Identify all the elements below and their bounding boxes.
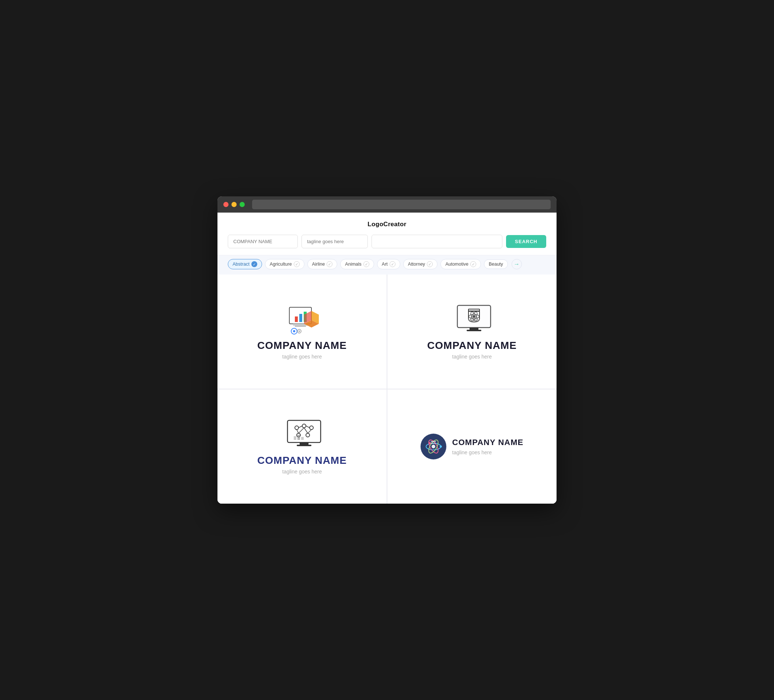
card1-tagline: tagline goes here xyxy=(282,354,322,360)
svg-point-29 xyxy=(306,433,309,437)
card4-text-block: COMPANY NAME tagline goes here xyxy=(452,438,523,456)
logo-icon-monitor-science xyxy=(456,304,489,333)
app-content: LogoCreator SEARCH Abstract ✓ Agricultur… xyxy=(217,213,557,504)
category-bar: Abstract ✓ Agriculture ✓ Airline ✓ Anima… xyxy=(217,255,557,274)
close-button[interactable] xyxy=(223,202,228,207)
category-label-beauty: Beauty xyxy=(489,262,503,267)
svg-line-35 xyxy=(308,429,311,433)
checkmark-icon-agriculture: ✓ xyxy=(294,261,299,267)
svg-rect-3 xyxy=(295,317,298,322)
svg-point-7 xyxy=(293,330,295,332)
category-chip-airline[interactable]: Airline ✓ xyxy=(308,259,337,269)
svg-point-44 xyxy=(428,442,431,444)
category-chip-beauty[interactable]: Beauty xyxy=(484,259,508,269)
category-chip-animals[interactable]: Animals ✓ xyxy=(340,259,374,269)
tagline-input[interactable] xyxy=(301,235,368,248)
category-chip-art[interactable]: Art ✓ xyxy=(377,259,400,269)
svg-line-31 xyxy=(306,426,309,428)
category-chip-attorney[interactable]: Attorney ✓ xyxy=(403,259,438,269)
logo-card-4[interactable]: COMPANY NAME tagline goes here xyxy=(387,390,557,504)
maximize-button[interactable] xyxy=(240,202,245,207)
svg-point-27 xyxy=(309,426,313,429)
app-title: LogoCreator xyxy=(217,213,557,235)
address-bar xyxy=(252,200,551,209)
search-bar: SEARCH xyxy=(217,235,557,255)
card4-company-name: COMPANY NAME xyxy=(452,438,523,447)
svg-line-33 xyxy=(299,428,304,433)
checkmark-icon-airline: ✓ xyxy=(327,261,332,267)
category-label-automotive: Automotive xyxy=(445,262,468,267)
svg-rect-37 xyxy=(298,435,300,440)
svg-point-43 xyxy=(440,446,442,447)
checkmark-icon-animals: ✓ xyxy=(364,261,369,267)
checkmark-icon-art: ✓ xyxy=(390,261,395,267)
card2-tagline: tagline goes here xyxy=(452,354,492,360)
category-label-animals: Animals xyxy=(345,262,361,267)
logo-icon-monitor-analytics xyxy=(286,419,319,448)
svg-rect-36 xyxy=(294,436,296,440)
svg-line-34 xyxy=(304,428,308,433)
card1-company-name: COMPANY NAME xyxy=(257,340,347,352)
svg-rect-15 xyxy=(470,327,478,330)
card4-tagline: tagline goes here xyxy=(452,449,523,456)
logo-card-3[interactable]: COMPANY NAME tagline goes here xyxy=(217,390,387,504)
logo-icon-isometric xyxy=(284,304,321,333)
checkmark-icon-automotive: ✓ xyxy=(470,261,476,267)
svg-point-9 xyxy=(299,330,300,332)
categories-next-button[interactable]: → xyxy=(511,259,522,269)
category-label-art: Art xyxy=(382,262,388,267)
category-label-airline: Airline xyxy=(312,262,325,267)
search-button[interactable]: SEARCH xyxy=(506,235,546,248)
logo-card-1[interactable]: COMPANY NAME tagline goes here xyxy=(217,274,387,389)
svg-rect-2 xyxy=(295,326,306,327)
svg-point-26 xyxy=(302,424,306,428)
atom-circle-bg xyxy=(420,434,447,459)
browser-titlebar xyxy=(217,196,557,213)
minimize-button[interactable] xyxy=(232,202,237,207)
category-label-abstract: Abstract xyxy=(233,262,250,267)
svg-point-39 xyxy=(432,445,435,448)
svg-rect-4 xyxy=(299,314,302,322)
checkmark-icon-attorney: ✓ xyxy=(427,261,433,267)
svg-rect-16 xyxy=(466,330,481,331)
category-label-attorney: Attorney xyxy=(408,262,425,267)
svg-rect-24 xyxy=(297,445,311,446)
svg-point-18 xyxy=(473,315,475,318)
svg-rect-46 xyxy=(431,443,436,444)
logo-icon-atom-circle: COMPANY NAME tagline goes here xyxy=(420,434,523,459)
card3-company-name: COMPANY NAME xyxy=(257,455,347,466)
svg-line-32 xyxy=(297,429,299,433)
svg-line-30 xyxy=(299,426,302,428)
keyword-input[interactable] xyxy=(372,235,502,248)
svg-rect-38 xyxy=(301,437,304,440)
logo-card-2[interactable]: COMPANY NAME tagline goes here xyxy=(387,274,557,389)
company-name-input[interactable] xyxy=(228,235,298,248)
browser-window: LogoCreator SEARCH Abstract ✓ Agricultur… xyxy=(217,196,557,504)
checkmark-icon-abstract: ✓ xyxy=(251,261,257,267)
svg-rect-45 xyxy=(431,441,436,442)
logo-grid: COMPANY NAME tagline goes here xyxy=(217,274,557,504)
category-chip-agriculture[interactable]: Agriculture ✓ xyxy=(265,259,304,269)
card2-company-name: COMPANY NAME xyxy=(427,340,517,352)
category-label-agriculture: Agriculture xyxy=(270,262,292,267)
category-chip-abstract[interactable]: Abstract ✓ xyxy=(228,259,262,269)
card3-tagline: tagline goes here xyxy=(282,469,322,474)
category-chip-automotive[interactable]: Automotive ✓ xyxy=(440,259,481,269)
svg-point-25 xyxy=(295,426,299,429)
svg-rect-23 xyxy=(299,442,309,445)
